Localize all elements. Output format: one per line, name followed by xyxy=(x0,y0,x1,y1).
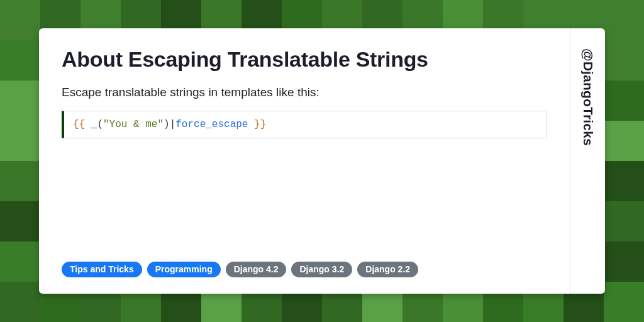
tag-django-4-2[interactable]: Django 4.2 xyxy=(226,262,287,277)
author-handle: @DjangoTricks xyxy=(580,48,596,146)
code-token-filter: force_escape xyxy=(175,119,248,130)
code-token-pipe: | xyxy=(170,119,176,130)
tag-django-3-2[interactable]: Django 3.2 xyxy=(291,262,352,277)
tag-tips-and-tricks[interactable]: Tips and Tricks xyxy=(62,262,142,277)
code-token-func: _( xyxy=(91,119,103,130)
content-card: About Escaping Translatable Strings Esca… xyxy=(39,28,605,294)
tag-row: Tips and TricksProgrammingDjango 4.2Djan… xyxy=(62,262,547,277)
code-token-string: "You & me" xyxy=(103,119,164,130)
code-token-open: {{ xyxy=(73,119,91,130)
tag-django-2-2[interactable]: Django 2.2 xyxy=(357,262,418,277)
code-token-func-close: ) xyxy=(164,119,170,130)
sidebar: @DjangoTricks xyxy=(570,28,605,294)
code-token-close: }} xyxy=(248,119,266,130)
tag-programming[interactable]: Programming xyxy=(147,262,221,277)
lead-text: Escape translatable strings in templates… xyxy=(62,86,547,99)
code-block: {{ _("You & me")|force_escape }} xyxy=(62,111,547,138)
page-title: About Escaping Translatable Strings xyxy=(62,47,547,72)
main-column: About Escaping Translatable Strings Esca… xyxy=(39,28,570,294)
